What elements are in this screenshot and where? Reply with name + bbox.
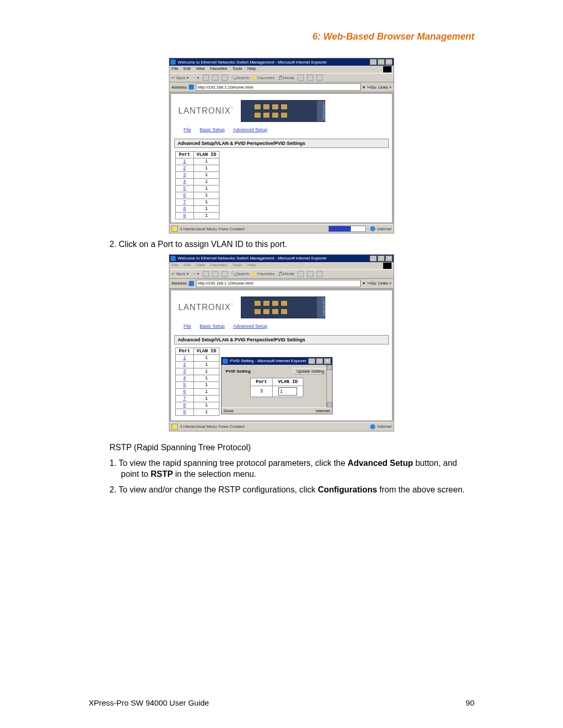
forward-button[interactable]: → ▾ (192, 76, 199, 80)
port-link[interactable]: 3 (183, 369, 186, 374)
page-footer: XPress-Pro SW 94000 User Guide 90 (89, 698, 474, 707)
refresh-icon[interactable] (212, 271, 218, 277)
done-icon (172, 424, 178, 430)
address-bar: Address ▾ ↪Go Links » (169, 279, 394, 289)
links-label[interactable]: Links » (378, 281, 391, 286)
address-label: Address (172, 85, 187, 90)
maximize-button[interactable]: □ (377, 59, 385, 65)
menu-view[interactable]: View (196, 66, 205, 72)
address-label: Address (172, 281, 187, 286)
done-icon (172, 226, 178, 232)
dropdown-icon[interactable]: ▾ (363, 85, 365, 90)
minimize-button[interactable]: _ (370, 255, 377, 262)
pvid-popup: PVID Setting - Microsoft Internet Explor… (221, 357, 333, 414)
stop-icon[interactable] (203, 75, 209, 81)
zone-icon (370, 424, 375, 429)
footer-page-number: 90 (466, 698, 474, 707)
stop-icon[interactable] (203, 271, 209, 277)
port-link[interactable]: 1 (183, 355, 186, 361)
minimize-button[interactable]: _ (370, 59, 377, 65)
menu-tools[interactable]: Tools (232, 66, 242, 72)
port-link[interactable]: 9 (183, 213, 186, 218)
vlan-value: 1 (194, 409, 219, 415)
close-button[interactable]: × (385, 59, 393, 65)
maximize-button[interactable]: □ (316, 358, 323, 364)
media-button[interactable]: 🎵Media (278, 272, 295, 276)
table-row: 11 (176, 158, 219, 165)
popup-port-value: 3 (250, 386, 273, 397)
nav-advanced-setup[interactable]: Advanced Setup (233, 127, 267, 132)
popup-col-vlan: VLAN ID (273, 378, 303, 386)
search-button[interactable]: 🔍Search (231, 272, 249, 276)
links-label[interactable]: Links » (378, 85, 391, 90)
favorites-button[interactable]: ⭐Favorites (252, 272, 275, 276)
nav-advanced-setup[interactable]: Advanced Setup (233, 324, 267, 329)
vlan-value: 1 (194, 354, 219, 361)
table-row: 71 (176, 395, 219, 402)
mail-icon[interactable] (307, 75, 313, 81)
nav-file[interactable]: File (183, 127, 191, 132)
close-button[interactable]: × (385, 255, 393, 262)
search-button[interactable]: 🔍Search (231, 76, 249, 80)
go-button[interactable]: ↪Go (367, 85, 376, 90)
table-row: 11 (176, 354, 219, 361)
popup-scrollbar[interactable] (326, 365, 332, 408)
toolbar: ↩ Back ▾ → ▾ 🔍Search ⭐Favorites 🎵Media (169, 269, 394, 279)
refresh-icon[interactable] (212, 75, 218, 81)
mail-icon[interactable] (307, 271, 313, 277)
port-link[interactable]: 5 (183, 382, 186, 388)
zone-label: Internet (377, 424, 391, 429)
back-button[interactable]: ↩ Back ▾ (172, 272, 189, 276)
port-link[interactable]: 7 (183, 200, 186, 205)
window-title: Welcome to Ethernet Networks Switch Mana… (178, 256, 370, 261)
forward-button[interactable]: → ▾ (192, 272, 199, 276)
history-icon[interactable] (298, 271, 304, 277)
port-link[interactable]: 5 (183, 186, 186, 191)
port-link[interactable]: 2 (183, 166, 186, 171)
media-button[interactable]: 🎵Media (278, 76, 295, 80)
vlan-value: 1 (194, 213, 219, 219)
menu-help[interactable]: Help (247, 66, 255, 72)
ie-icon (223, 359, 228, 364)
port-link[interactable]: 9 (183, 410, 186, 415)
port-link[interactable]: 2 (183, 362, 186, 367)
update-setting-button[interactable]: Update Setting (293, 368, 328, 375)
dropdown-icon[interactable]: ▾ (363, 281, 365, 286)
table-row: 91 (176, 409, 219, 415)
port-link[interactable]: 3 (183, 172, 186, 178)
close-button[interactable]: × (324, 358, 331, 364)
home-icon[interactable] (222, 271, 228, 277)
popup-zone-label: Internet (316, 409, 330, 413)
vlan-value: 1 (194, 192, 219, 199)
minimize-button[interactable]: _ (308, 358, 315, 364)
nav-basic-setup[interactable]: Basic Setup (200, 127, 225, 132)
menu-file[interactable]: File (172, 66, 178, 72)
nav-basic-setup[interactable]: Basic Setup (200, 324, 225, 329)
favorites-button[interactable]: ⭐Favorites (252, 76, 275, 80)
port-link[interactable]: 7 (183, 396, 186, 401)
port-link[interactable]: 6 (183, 193, 186, 198)
maximize-button[interactable]: □ (377, 255, 385, 262)
port-link[interactable]: 8 (183, 403, 186, 408)
nav-file[interactable]: File (183, 324, 191, 329)
print-icon[interactable] (316, 271, 323, 277)
address-input[interactable] (196, 280, 361, 287)
popup-vlan-input[interactable] (278, 387, 297, 396)
port-link[interactable]: 6 (183, 389, 186, 394)
progress-bar (328, 226, 366, 232)
menu-favorites[interactable]: Favorites (210, 66, 227, 72)
go-button[interactable]: ↪Go (367, 281, 376, 286)
port-link[interactable]: 4 (183, 376, 186, 381)
address-input[interactable] (196, 83, 361, 91)
popup-statusbar: Done Internet (222, 408, 332, 414)
history-icon[interactable] (298, 75, 304, 81)
port-link[interactable]: 1 (183, 159, 186, 164)
port-link[interactable]: 4 (183, 179, 186, 184)
print-icon[interactable] (316, 75, 323, 81)
back-button[interactable]: ↩ Back ▾ (172, 76, 189, 80)
port-link[interactable]: 8 (183, 206, 186, 212)
home-icon[interactable] (222, 75, 228, 81)
pvid-edit-table: Port VLAN ID 3 (250, 378, 303, 397)
vlan-value: 1 (194, 368, 219, 375)
menu-edit[interactable]: Edit (183, 66, 191, 72)
